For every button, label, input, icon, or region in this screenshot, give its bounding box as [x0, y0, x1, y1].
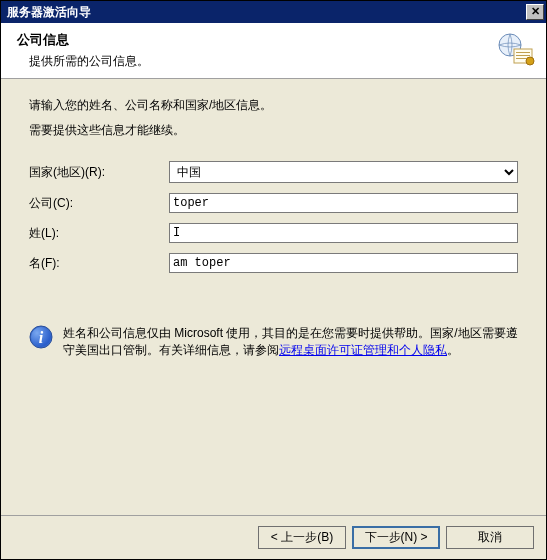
page-subtitle: 提供所需的公司信息。: [17, 53, 149, 70]
company-label: 公司(C):: [29, 195, 169, 212]
privacy-link[interactable]: 远程桌面许可证管理和个人隐私: [279, 343, 447, 357]
country-select[interactable]: 中国: [169, 161, 518, 183]
country-row: 国家(地区)(R): 中国: [29, 161, 518, 183]
footer: < 上一步(B) 下一步(N) > 取消: [1, 515, 546, 559]
country-label: 国家(地区)(R):: [29, 164, 169, 181]
svg-point-5: [526, 57, 534, 65]
company-row: 公司(C):: [29, 193, 518, 213]
close-button[interactable]: ✕: [526, 4, 544, 20]
next-button[interactable]: 下一步(N) >: [352, 526, 440, 549]
header-panel: 公司信息 提供所需的公司信息。: [1, 23, 546, 79]
instruction-line-1: 请输入您的姓名、公司名称和国家/地区信息。: [29, 97, 518, 114]
titlebar: 服务器激活向导 ✕: [1, 1, 546, 23]
globe-certificate-icon: [496, 31, 536, 67]
company-input[interactable]: [169, 193, 518, 213]
header-icon: [496, 31, 536, 67]
svg-rect-3: [516, 55, 530, 56]
info-row: i 姓名和公司信息仅由 Microsoft 使用，其目的是在您需要时提供帮助。国…: [29, 325, 518, 359]
back-button[interactable]: < 上一步(B): [258, 526, 346, 549]
window-title: 服务器激活向导: [7, 4, 91, 21]
info-text-after: 。: [447, 343, 459, 357]
wizard-window: 服务器激活向导 ✕ 公司信息 提供所需的公司信息。 请输入您的姓名、公司名称和国…: [0, 0, 547, 560]
info-icon: i: [29, 325, 53, 349]
svg-rect-4: [516, 58, 526, 59]
lastname-row: 姓(L):: [29, 223, 518, 243]
cancel-button[interactable]: 取消: [446, 526, 534, 549]
firstname-row: 名(F):: [29, 253, 518, 273]
firstname-input[interactable]: [169, 253, 518, 273]
svg-rect-2: [516, 52, 530, 53]
firstname-label: 名(F):: [29, 255, 169, 272]
info-text: 姓名和公司信息仅由 Microsoft 使用，其目的是在您需要时提供帮助。国家/…: [63, 325, 518, 359]
instruction-line-2: 需要提供这些信息才能继续。: [29, 122, 518, 139]
content-area: 请输入您的姓名、公司名称和国家/地区信息。 需要提供这些信息才能继续。 国家(地…: [1, 79, 546, 515]
page-title: 公司信息: [17, 31, 149, 49]
svg-text:i: i: [39, 329, 44, 346]
lastname-label: 姓(L):: [29, 225, 169, 242]
lastname-input[interactable]: [169, 223, 518, 243]
